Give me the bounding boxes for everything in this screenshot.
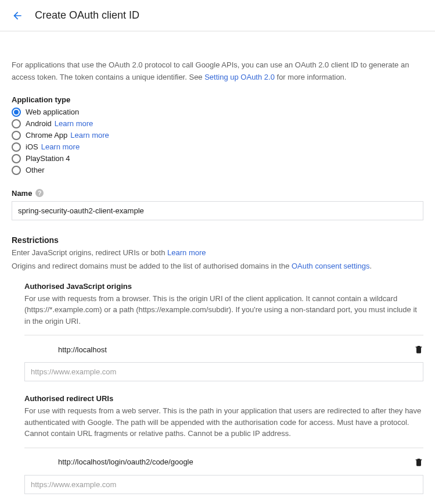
divider bbox=[24, 335, 423, 335]
redirect-uri-row: http://localhost/login/oauth2/code/googl… bbox=[58, 454, 423, 473]
divider bbox=[24, 448, 423, 448]
js-origins-title: Authorised JavaScript origins bbox=[24, 282, 423, 291]
learn-more-link[interactable]: Learn more bbox=[55, 119, 93, 128]
redirect-uri-input[interactable] bbox=[24, 475, 423, 494]
content: For applications that use the OAuth 2.0 … bbox=[0, 31, 435, 504]
name-label: Name bbox=[12, 189, 32, 198]
js-origins-description: For use with requests from a browser. Th… bbox=[24, 293, 423, 327]
learn-more-link[interactable]: Learn more bbox=[41, 142, 80, 151]
radio-icon bbox=[12, 108, 21, 117]
radio-icon bbox=[12, 142, 21, 152]
trash-icon[interactable] bbox=[414, 345, 423, 354]
radio-label: PlayStation 4 bbox=[26, 154, 70, 163]
radio-label: Android bbox=[26, 119, 52, 128]
restrictions-subtitle: Enter JavaScript origins, redirect URIs … bbox=[12, 248, 423, 257]
page-title: Create OAuth client ID bbox=[35, 9, 139, 22]
js-origin-row: http://localhost bbox=[58, 341, 423, 360]
name-label-row: Name ? bbox=[12, 189, 423, 198]
radio-icon bbox=[12, 166, 21, 175]
app-type-radio-group: Web application Android Learn more Chrom… bbox=[12, 108, 423, 175]
js-origin-input[interactable] bbox=[24, 362, 423, 381]
restrictions-learn-more-link[interactable]: Learn more bbox=[167, 248, 206, 257]
radio-icon bbox=[12, 119, 21, 128]
radio-label: iOS bbox=[26, 142, 38, 151]
radio-label: Chrome App bbox=[26, 131, 67, 140]
restrictions-title: Restrictions bbox=[12, 235, 423, 245]
radio-web-application[interactable]: Web application bbox=[12, 108, 423, 117]
redirect-uris-description: For use with requests from a web server.… bbox=[24, 405, 423, 439]
redirect-uri-value: http://localhost/login/oauth2/code/googl… bbox=[58, 457, 414, 466]
restrictions-note-before: Origins and redirect domains must be add… bbox=[12, 262, 292, 270]
intro-after: for more information. bbox=[275, 73, 347, 81]
page-header: Create OAuth client ID bbox=[0, 0, 435, 31]
radio-android[interactable]: Android Learn more bbox=[12, 119, 423, 128]
radio-ios[interactable]: iOS Learn more bbox=[12, 142, 423, 152]
redirect-uris-title: Authorised redirect URIs bbox=[24, 394, 423, 403]
learn-more-link[interactable]: Learn more bbox=[70, 131, 109, 140]
radio-label: Other bbox=[26, 166, 45, 174]
name-field-group: Name ? bbox=[12, 189, 423, 220]
back-arrow-icon[interactable] bbox=[12, 10, 23, 22]
js-origins-section: Authorised JavaScript origins For use wi… bbox=[24, 282, 423, 382]
oauth-consent-settings-link[interactable]: OAuth consent settings bbox=[292, 262, 369, 270]
app-type-label: Application type bbox=[12, 95, 423, 104]
restrictions-note-after: . bbox=[369, 262, 372, 270]
radio-icon bbox=[12, 154, 21, 163]
redirect-uris-section: Authorised redirect URIs For use with re… bbox=[24, 394, 423, 494]
radio-label: Web application bbox=[26, 108, 79, 116]
trash-icon[interactable] bbox=[414, 457, 423, 467]
intro-link[interactable]: Setting up OAuth 2.0 bbox=[204, 73, 275, 81]
js-origin-input-wrap bbox=[24, 362, 423, 381]
restrictions-sub-before: Enter JavaScript origins, redirect URIs … bbox=[12, 248, 167, 257]
radio-icon bbox=[12, 131, 21, 140]
help-icon[interactable]: ? bbox=[35, 189, 44, 197]
name-input[interactable] bbox=[12, 201, 423, 220]
restrictions-note: Origins and redirect domains must be add… bbox=[12, 262, 423, 270]
intro-text: For applications that use the OAuth 2.0 … bbox=[12, 59, 423, 84]
redirect-uri-input-wrap bbox=[24, 475, 423, 494]
radio-playstation-4[interactable]: PlayStation 4 bbox=[12, 154, 423, 163]
js-origin-value: http://localhost bbox=[58, 345, 414, 354]
radio-chrome-app[interactable]: Chrome App Learn more bbox=[12, 131, 423, 140]
radio-other[interactable]: Other bbox=[12, 166, 423, 175]
